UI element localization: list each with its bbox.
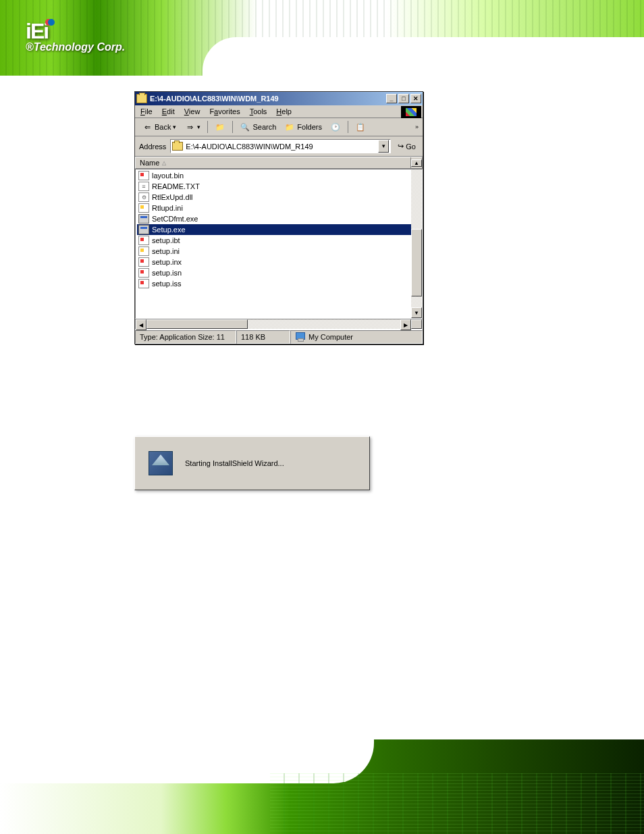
forward-button[interactable]: ⇒ ▾ <box>182 120 203 134</box>
scroll-right-button[interactable]: ▶ <box>400 319 411 330</box>
folder-icon <box>172 142 183 151</box>
computer-icon <box>295 332 306 342</box>
menu-favorites[interactable]: Favorites <box>209 107 240 115</box>
search-button[interactable]: 🔍Search <box>237 120 279 134</box>
list-header: Name △ ▲ <box>135 157 423 169</box>
scroll-up-button[interactable]: ▲ <box>411 159 422 167</box>
menubar: File Edit View Favorites Tools Help <box>135 105 423 118</box>
search-icon: 🔍 <box>240 122 250 132</box>
file-name: setup.inx <box>152 258 182 266</box>
address-path: E:\4-AUDIO\ALC883\WIN\WDM_R149 <box>186 142 378 151</box>
scroll-track[interactable] <box>411 170 422 229</box>
file-list[interactable]: layout.binREADME.TXTRtlExUpd.dllRtlupd.i… <box>135 169 423 319</box>
minimize-button[interactable]: _ <box>386 94 397 103</box>
titlebar[interactable]: E:\4-AUDIO\ALC883\WIN\WDM_R149 _ □ ✕ <box>135 92 423 105</box>
status-type: Type: Application Size: 11 <box>135 330 236 344</box>
horizontal-scrollbar[interactable]: ◀ ▶ <box>135 319 423 330</box>
statusbar: Type: Application Size: 11 118 KB My Com… <box>135 330 423 344</box>
installshield-dialog: Starting InstallShield Wizard... <box>134 436 370 490</box>
file-name: README.TXT <box>152 182 200 190</box>
file-row[interactable]: setup.iss <box>137 278 421 289</box>
windows-logo-icon <box>401 106 421 118</box>
history-button[interactable]: 🕑 <box>327 120 344 134</box>
file-name: Rtlupd.ini <box>152 204 183 212</box>
scroll-track[interactable] <box>248 319 400 329</box>
file-row[interactable]: RtlExUpd.dll <box>137 192 421 203</box>
file-txt-icon <box>138 182 149 191</box>
scroll-thumb[interactable] <box>146 319 248 329</box>
scroll-thumb[interactable] <box>411 229 422 296</box>
file-row[interactable]: setup.inx <box>137 257 421 267</box>
file-name: layout.bin <box>152 172 184 180</box>
explorer-window: E:\4-AUDIO\ALC883\WIN\WDM_R149 _ □ ✕ Fil… <box>134 91 423 344</box>
toolbar: ⇐Back ▾ ⇒ ▾ 📁 🔍Search 📁Folders 🕑 📋 » <box>135 118 423 136</box>
address-bar: Address E:\4-AUDIO\ALC883\WIN\WDM_R149 ▼… <box>135 136 423 157</box>
menu-view[interactable]: View <box>184 107 200 115</box>
file-row[interactable]: SetCDfmt.exe <box>137 213 421 224</box>
scroll-left-button[interactable]: ◀ <box>136 319 146 330</box>
file-name: setup.isn <box>152 269 182 277</box>
folder-up-icon: 📁 <box>215 122 225 132</box>
file-row[interactable]: setup.ini <box>137 246 421 257</box>
wizard-message: Starting InstallShield Wizard... <box>185 459 284 467</box>
column-name[interactable]: Name △ <box>136 157 411 168</box>
scroll-down-button[interactable]: ▼ <box>411 307 422 318</box>
menu-tools[interactable]: Tools <box>250 107 267 115</box>
maximize-button[interactable]: □ <box>398 94 409 103</box>
file-row[interactable]: setup.ibt <box>137 235 421 246</box>
toolbar-separator <box>232 121 233 133</box>
file-exe-icon <box>138 214 149 224</box>
file-name: setup.ibt <box>152 236 180 244</box>
installshield-icon <box>149 451 173 475</box>
forward-arrow-icon: ⇒ <box>184 122 195 132</box>
address-label: Address <box>139 142 166 151</box>
file-name: SetCDfmt.exe <box>152 215 198 223</box>
footer-curve <box>0 739 374 783</box>
scroll-track[interactable] <box>411 296 422 307</box>
menu-file[interactable]: File <box>140 107 153 115</box>
file-dll-icon <box>138 192 149 202</box>
go-label: Go <box>406 142 416 151</box>
logo: iEi ®Technology Corp. <box>26 19 125 53</box>
folders-button[interactable]: 📁Folders <box>281 120 325 134</box>
file-name: Setup.exe <box>152 226 186 234</box>
move-to-button[interactable]: 📋 <box>352 120 369 134</box>
address-dropdown-button[interactable]: ▼ <box>378 140 389 153</box>
file-row[interactable]: Rtlupd.ini <box>137 203 421 213</box>
file-row[interactable]: setup.isn <box>137 267 421 278</box>
vertical-scrollbar[interactable]: ▼ <box>411 170 422 318</box>
up-button[interactable]: 📁 <box>212 120 228 134</box>
search-label: Search <box>252 123 276 131</box>
menu-edit[interactable]: Edit <box>162 107 175 115</box>
file-bin-icon <box>138 268 149 278</box>
header-curve <box>203 37 644 76</box>
toolbar-separator <box>207 121 208 133</box>
close-button[interactable]: ✕ <box>410 94 421 103</box>
footer-banner <box>0 739 644 834</box>
file-bin-icon <box>138 279 149 288</box>
folders-label: Folders <box>297 123 322 131</box>
folders-icon: 📁 <box>284 122 295 132</box>
file-exe-icon <box>138 225 149 234</box>
file-ini-icon <box>138 203 149 213</box>
address-input[interactable]: E:\4-AUDIO\ALC883\WIN\WDM_R149 ▼ <box>170 139 391 153</box>
logo-subtitle: ®Technology Corp. <box>26 41 125 53</box>
chevron-down-icon: ▾ <box>197 124 200 130</box>
toolbar-overflow-icon[interactable]: » <box>415 124 419 130</box>
file-list-container: Name △ ▲ layout.binREADME.TXTRtlExUpd.dl… <box>135 157 423 330</box>
back-button[interactable]: ⇐Back ▾ <box>139 120 179 134</box>
back-arrow-icon: ⇐ <box>142 122 153 132</box>
file-name: setup.iss <box>152 280 181 288</box>
file-row[interactable]: README.TXT <box>137 181 421 192</box>
file-row[interactable]: Setup.exe <box>137 224 421 235</box>
toolbar-separator <box>348 121 348 133</box>
status-location-label: My Computer <box>308 333 353 341</box>
go-button[interactable]: ↪Go <box>395 140 419 152</box>
chevron-down-icon: ▾ <box>173 124 176 130</box>
column-name-label: Name <box>140 159 159 167</box>
window-title: E:\4-AUDIO\ALC883\WIN\WDM_R149 <box>150 95 385 103</box>
back-label: Back <box>155 123 171 131</box>
logo-dot-blue <box>48 19 55 26</box>
menu-help[interactable]: Help <box>276 107 292 115</box>
file-row[interactable]: layout.bin <box>137 170 421 181</box>
